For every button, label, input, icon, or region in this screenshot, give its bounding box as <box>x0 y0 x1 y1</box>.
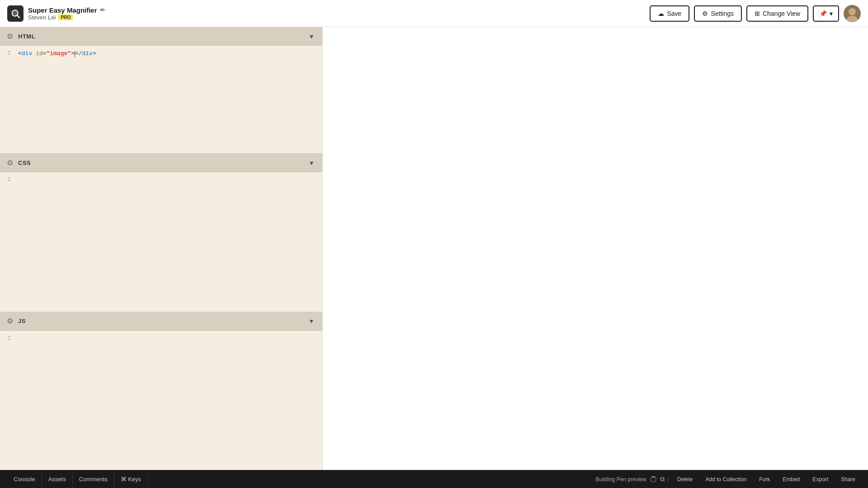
css-gear-icon[interactable]: ⚙ <box>5 158 14 167</box>
css-chevron-icon[interactable]: ▾ <box>306 157 317 168</box>
settings-button[interactable]: ⚙ Settings <box>694 5 742 22</box>
css-panel-header: ⚙ CSS ▾ <box>0 154 322 172</box>
layout-icon: ⊞ <box>755 10 760 17</box>
bottom-tabs: Console Assets Comments ⌘ Keys <box>7 470 148 488</box>
html-header-left: ⚙ HTML <box>5 32 35 41</box>
editors-panel: ⚙ HTML ▾ 1 <div id="image"></div> ⚙ CSS … <box>0 27 323 470</box>
add-to-collection-action[interactable]: Add to Collection <box>700 474 752 484</box>
edit-icon[interactable]: ✏ <box>100 6 105 14</box>
app-info: Super Easy Magnifier ✏ Steven Lei PRO <box>28 6 105 21</box>
loading-spinner <box>650 476 656 483</box>
settings-label: Settings <box>711 10 734 17</box>
delete-action[interactable]: Delete <box>672 474 698 484</box>
bottom-right: Building Pen preview ⧉ | Delete Add to C… <box>596 474 861 484</box>
fork-action[interactable]: Fork <box>754 474 775 484</box>
share-action[interactable]: Share <box>835 474 861 484</box>
js-section: ⚙ JS ▾ 1 <box>0 312 322 470</box>
header-left: Super Easy Magnifier ✏ Steven Lei PRO <box>7 5 105 22</box>
console-label: Console <box>14 476 35 483</box>
export-action[interactable]: Export <box>807 474 834 484</box>
line-number: 1 <box>0 177 18 183</box>
save-label: Save <box>667 10 681 17</box>
change-view-button[interactable]: ⊞ Change View <box>746 5 808 22</box>
app-title-text: Super Easy Magnifier <box>28 6 97 14</box>
css-line-1: 1 <box>0 176 322 185</box>
js-editor-body[interactable]: 1 <box>0 331 322 470</box>
embed-action[interactable]: Embed <box>777 474 805 484</box>
html-editor-body[interactable]: 1 <div id="image"></div> <box>0 46 322 153</box>
line-number: 1 <box>0 50 18 56</box>
building-preview-label: Building Pen preview <box>596 476 646 483</box>
tab-keys[interactable]: ⌘ Keys <box>114 470 148 488</box>
avatar[interactable] <box>844 5 861 22</box>
chevron-down-icon: ▾ <box>830 10 833 17</box>
external-link-icon[interactable]: ⧉ <box>660 475 665 483</box>
tab-assets[interactable]: Assets <box>42 470 73 488</box>
svg-line-1 <box>17 15 19 18</box>
svg-point-4 <box>849 8 856 15</box>
js-label: JS <box>18 318 26 324</box>
app-title: Super Easy Magnifier ✏ <box>28 6 105 14</box>
js-gear-icon[interactable]: ⚙ <box>5 317 14 326</box>
html-chevron-icon[interactable]: ▾ <box>306 31 317 42</box>
logo-icon <box>7 5 24 22</box>
html-section: ⚙ HTML ▾ 1 <div id="image"></div> <box>0 27 322 154</box>
save-button[interactable]: ☁ Save <box>650 5 689 22</box>
html-label: HTML <box>18 33 35 40</box>
building-preview-status: Building Pen preview <box>596 476 656 483</box>
js-line-1: 1 <box>0 334 322 343</box>
change-view-label: Change View <box>763 10 800 17</box>
tab-comments[interactable]: Comments <box>73 470 114 488</box>
gear-icon: ⚙ <box>702 10 708 17</box>
bottom-bar: Console Assets Comments ⌘ Keys Building … <box>0 470 868 488</box>
main: ⚙ HTML ▾ 1 <div id="image"></div> ⚙ CSS … <box>0 27 868 470</box>
header: Super Easy Magnifier ✏ Steven Lei PRO ☁ … <box>0 0 868 27</box>
tab-console[interactable]: Console <box>7 470 42 488</box>
svg-point-2 <box>14 12 16 14</box>
preview-panel <box>323 27 868 470</box>
comments-label: Comments <box>79 476 108 483</box>
header-right: ☁ Save ⚙ Settings ⊞ Change View 📌 ▾ <box>650 5 861 22</box>
user-name: Steven Lei <box>28 14 56 21</box>
js-chevron-icon[interactable]: ▾ <box>306 316 317 327</box>
pin-button[interactable]: 📌 ▾ <box>813 5 839 22</box>
pin-icon: 📌 <box>819 10 827 17</box>
css-editor-body[interactable]: 1 <box>0 172 322 311</box>
js-panel-header: ⚙ JS ▾ <box>0 312 322 331</box>
assets-label: Assets <box>48 476 66 483</box>
html-panel-header: ⚙ HTML ▾ <box>0 27 322 46</box>
html-line-1: 1 <div id="image"></div> <box>0 49 322 58</box>
line-number: 1 <box>0 335 18 342</box>
code-content[interactable]: <div id="image"></div> <box>18 50 322 57</box>
css-header-left: ⚙ CSS <box>5 158 31 167</box>
pro-badge: PRO <box>58 14 73 20</box>
cloud-icon: ☁ <box>658 10 664 17</box>
html-gear-icon[interactable]: ⚙ <box>5 32 14 41</box>
user-info: Steven Lei PRO <box>28 14 105 21</box>
keys-label: ⌘ Keys <box>121 476 142 483</box>
css-label: CSS <box>18 160 31 166</box>
css-section: ⚙ CSS ▾ 1 <box>0 154 322 312</box>
js-header-left: ⚙ JS <box>5 317 26 326</box>
